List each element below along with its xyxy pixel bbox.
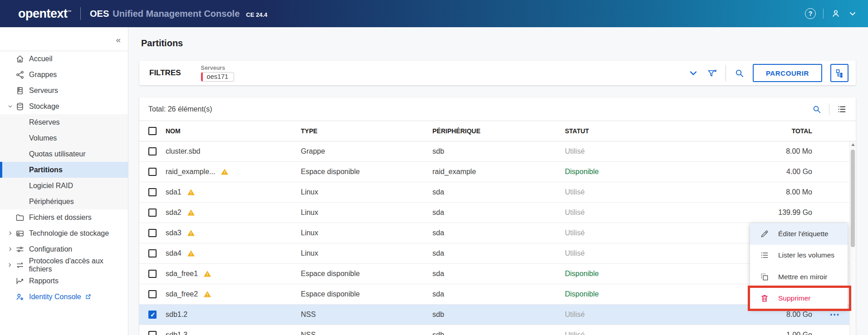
warning-icon bbox=[187, 209, 195, 217]
row-checkbox[interactable] bbox=[148, 147, 157, 155]
warning-icon bbox=[203, 290, 211, 298]
row-checkbox[interactable] bbox=[148, 229, 157, 237]
sidebar-item-technologie-de-stockage[interactable]: Technologie de stockage bbox=[0, 225, 128, 241]
sidebar-item-label: Accueil bbox=[29, 55, 53, 63]
sidebar-item-stockage[interactable]: Stockage bbox=[0, 98, 128, 114]
table-row[interactable]: raid_example... Espace disponible raid_e… bbox=[139, 162, 856, 182]
device-cell: sda bbox=[432, 209, 565, 217]
app-header: opentext™ OES Unified Management Console… bbox=[0, 0, 868, 27]
collapse-filters-chevron-icon[interactable] bbox=[688, 68, 699, 78]
sidebar-item-volumes[interactable]: Volumes bbox=[0, 130, 128, 146]
database-icon bbox=[15, 102, 29, 111]
product-version: CE 24.4 bbox=[246, 11, 267, 18]
row-checkbox[interactable] bbox=[148, 188, 157, 196]
row-checkbox[interactable] bbox=[148, 331, 157, 335]
type-cell: NSS bbox=[301, 311, 432, 319]
sidebar-item-label: Quotas utilisateur bbox=[29, 150, 86, 158]
sidebar-item-serveurs[interactable]: Serveurs bbox=[0, 83, 128, 98]
cluster-icon bbox=[15, 70, 29, 79]
row-checkbox[interactable] bbox=[148, 168, 157, 176]
sidebar-item-rapports[interactable]: Rapports bbox=[0, 273, 128, 289]
sidebar-item-quotas-utilisateur[interactable]: Quotas utilisateur bbox=[0, 146, 128, 162]
sidebar-item-identity-console[interactable]: Identity Console bbox=[0, 289, 128, 305]
menu-item-editer-etiquette[interactable]: Éditer l'étiquette bbox=[750, 223, 848, 245]
search-icon[interactable] bbox=[734, 68, 745, 78]
filter-chip-oes171[interactable]: oes171 bbox=[201, 72, 235, 82]
column-header-nom[interactable]: NOM bbox=[166, 127, 301, 135]
status-text: Disponible bbox=[565, 290, 599, 298]
exchange-arrows-icon bbox=[15, 261, 29, 270]
sidebar-item-label: Partitions bbox=[29, 166, 63, 174]
device-cell: sda bbox=[432, 270, 565, 278]
total-cell: 8.00 Mo bbox=[740, 188, 856, 196]
menu-item-label: Mettre en miroir bbox=[778, 273, 828, 281]
menu-item-supprimer[interactable]: Supprimer bbox=[750, 288, 848, 310]
row-checkbox[interactable] bbox=[148, 249, 157, 257]
row-checkbox[interactable] bbox=[148, 270, 157, 278]
sidebar-item-logiciel-raid[interactable]: Logiciel RAID bbox=[0, 178, 128, 194]
row-checkbox[interactable] bbox=[148, 290, 157, 298]
sidebar-item-protocoles[interactable]: Protocoles d'accès aux fichiers bbox=[0, 257, 128, 273]
type-cell: Linux bbox=[301, 209, 432, 217]
table-row[interactable]: sdb1.3 NSS sdb Utilisé 1.00 Go bbox=[139, 325, 856, 335]
sidebar-item-label: Serveurs bbox=[29, 87, 58, 95]
partitions-table: Total: 26 élément(s) NOM TYPE PÉRIPHÉRIQ… bbox=[139, 97, 856, 335]
row-checkbox-checked[interactable] bbox=[148, 311, 157, 319]
user-icon[interactable] bbox=[831, 9, 841, 19]
filters-title: FILTRES bbox=[149, 68, 181, 78]
table-scrollbar[interactable] bbox=[849, 141, 856, 335]
column-settings-icon[interactable] bbox=[837, 104, 847, 114]
help-icon[interactable]: ? bbox=[805, 8, 816, 19]
sidebar-item-accueil[interactable]: Accueil bbox=[0, 51, 128, 67]
identity-console-icon bbox=[15, 292, 29, 301]
sidebar: « Accueil Grappes Serveurs Stockage Rése… bbox=[0, 27, 128, 335]
column-header-total[interactable]: TOTAL bbox=[740, 127, 856, 135]
warning-icon bbox=[187, 188, 195, 196]
partition-name: sda4 bbox=[166, 249, 181, 257]
device-cell: sda bbox=[432, 229, 565, 237]
status-text: Disponible bbox=[565, 168, 599, 175]
sidebar-item-partitions[interactable]: Partitions bbox=[0, 162, 128, 178]
menu-item-mettre-en-miroir[interactable]: Mettre en miroir bbox=[750, 266, 848, 288]
sidebar-item-fichiers-et-dossiers[interactable]: Fichiers et dossiers bbox=[0, 209, 128, 225]
sidebar-item-label: Fichiers et dossiers bbox=[29, 214, 92, 222]
sidebar-item-configuration[interactable]: Configuration bbox=[0, 241, 128, 257]
server-icon bbox=[15, 86, 29, 95]
menu-item-lister-volumes[interactable]: Lister les volumes bbox=[750, 245, 848, 267]
list-icon bbox=[760, 251, 769, 260]
scrollbar-up-arrow[interactable] bbox=[851, 143, 855, 146]
table-search-icon[interactable] bbox=[812, 104, 822, 114]
browse-button[interactable]: PARCOURIR bbox=[753, 64, 822, 82]
column-header-type[interactable]: TYPE bbox=[301, 127, 432, 135]
row-context-menu: Éditer l'étiquette Lister les volumes Me… bbox=[750, 223, 848, 309]
sidebar-collapse-button[interactable]: « bbox=[116, 35, 121, 44]
status-text: Utilisé bbox=[565, 331, 585, 335]
scrollbar-thumb[interactable] bbox=[851, 150, 855, 247]
sidebar-item-reserves[interactable]: Réserves bbox=[0, 114, 128, 130]
select-all-checkbox[interactable] bbox=[148, 127, 157, 135]
sidebar-item-grappes[interactable]: Grappes bbox=[0, 67, 128, 83]
clear-filter-icon[interactable] bbox=[707, 68, 717, 78]
table-row[interactable]: cluster.sbd Grappe sdb Utilisé 8.00 Mo bbox=[139, 141, 856, 162]
table-header-row: NOM TYPE PÉRIPHÉRIQUE STATUT TOTAL bbox=[139, 121, 856, 141]
table-row[interactable]: sda2 Linux sda Utilisé 139.99 Go bbox=[139, 203, 856, 223]
type-cell: Linux bbox=[301, 229, 432, 237]
table-row[interactable]: sda3 Linux sda Utilisé bbox=[139, 223, 856, 243]
header-divider bbox=[80, 7, 81, 20]
table-row-selected[interactable]: sdb1.2 NSS sdb Utilisé 8.00 Go ⋯ bbox=[139, 305, 856, 325]
tree-view-button[interactable] bbox=[830, 64, 848, 82]
column-header-peripherique[interactable]: PÉRIPHÉRIQUE bbox=[432, 127, 565, 135]
sidebar-item-peripheriques[interactable]: Périphériques bbox=[0, 194, 128, 209]
total-cell: 139.99 Go bbox=[740, 209, 856, 217]
home-icon bbox=[15, 54, 29, 63]
table-row[interactable]: sda1 Linux sda Utilisé 8.00 Mo bbox=[139, 182, 856, 203]
table-row[interactable]: sda_free2 Espace disponible sda Disponib… bbox=[139, 284, 856, 305]
user-menu-chevron-icon[interactable] bbox=[848, 9, 857, 18]
table-row[interactable]: sda_free1 Espace disponible sda Disponib… bbox=[139, 264, 856, 284]
column-header-statut[interactable]: STATUT bbox=[565, 127, 740, 135]
chevron-right-icon bbox=[5, 230, 15, 236]
table-row[interactable]: sda4 Linux sda Utilisé bbox=[139, 243, 856, 264]
mirror-icon bbox=[760, 272, 769, 282]
row-checkbox[interactable] bbox=[148, 209, 157, 217]
sliders-icon bbox=[15, 245, 29, 254]
